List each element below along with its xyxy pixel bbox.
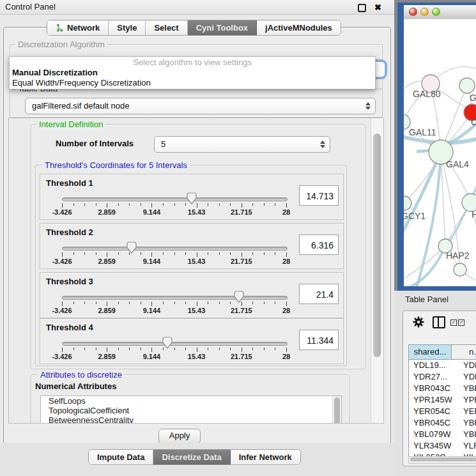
zoom-traffic-light[interactable] [432, 8, 440, 16]
table-hscrollbar-thumb[interactable] [410, 457, 476, 461]
threshold-slider[interactable]: -3.4262.8599.14415.4321.71528 [40, 319, 343, 364]
column-visibility-icon[interactable] [433, 316, 445, 328]
tab-network[interactable]: Network [47, 20, 109, 35]
table-row[interactable]: YLR345WYLR3 [409, 440, 476, 452]
threshold-panel: Threshold 3 -3.4262.8599.14415.4321.7152… [40, 272, 344, 318]
attribute-list-item[interactable]: TopologicalCoefficient [41, 406, 341, 415]
threshold-value-field[interactable]: 21.4 [299, 284, 339, 304]
slider-thumb[interactable] [127, 242, 137, 254]
algorithm-popup-item[interactable]: Equal Width/Frequency Discretization [10, 78, 375, 88]
slider-track[interactable] [62, 342, 288, 346]
algorithm-prompt-item[interactable]: Select algorithm to view settings [10, 57, 375, 68]
cell-shared-name[interactable]: YER054C [409, 406, 457, 417]
slider-ticks [62, 203, 286, 208]
threshold-value-field[interactable]: 6.316 [299, 234, 339, 255]
cell-name[interactable]: YDR2 [457, 371, 476, 383]
cell-shared-name[interactable]: YDR27... [409, 371, 457, 383]
combobox-stepper-icon [319, 141, 325, 148]
settings-vertical-scrollbar[interactable] [371, 118, 383, 423]
table-row[interactable]: YBR043CYBR0 [409, 383, 476, 394]
table-row[interactable]: YDR27...YDR2 [409, 371, 476, 383]
tick-label: 9.144 [143, 257, 161, 265]
tab-select[interactable]: Select [146, 20, 187, 35]
table-row[interactable]: YPR145WYPR1 [409, 394, 476, 406]
network-node-label: GA [470, 93, 476, 103]
threshold-slider[interactable]: -3.4262.8599.14415.4321.71528 [40, 174, 343, 219]
threshold-panel: Threshold 2 -3.4262.8599.14415.4321.7152… [40, 223, 344, 269]
slider-track[interactable] [62, 247, 288, 250]
cell-name[interactable]: YBR0 [457, 383, 476, 394]
close-icon[interactable]: ✖ [374, 1, 381, 14]
network-node[interactable] [459, 78, 475, 93]
apply-button[interactable]: Apply [158, 429, 201, 444]
slider-track[interactable] [62, 197, 288, 201]
cell-shared-name[interactable]: YBL079W [409, 429, 457, 440]
network-node-label: HAP2 [446, 250, 470, 261]
network-node[interactable] [462, 194, 476, 211]
minimize-traffic-light[interactable] [420, 8, 429, 16]
network-node[interactable] [454, 263, 466, 276]
threshold-value-field[interactable]: 14.713 [299, 185, 339, 206]
attribute-list-item[interactable]: SelfLoops [41, 396, 341, 406]
network-edge[interactable] [441, 152, 445, 246]
cell-shared-name[interactable]: YBR045C [409, 417, 457, 429]
table-row[interactable]: YER054CYER0 [409, 406, 476, 417]
table-row[interactable]: YBR045CYBR0 [409, 417, 476, 429]
tab-cyni-toolbox[interactable]: Cyni Toolbox [188, 20, 257, 35]
tab-style[interactable]: Style [109, 20, 146, 35]
table-horizontal-scrollbar[interactable] [408, 456, 476, 464]
tick-label: 2.859 [98, 257, 116, 265]
tick-label: 15.43 [188, 353, 206, 360]
tab-jactivemnodules[interactable]: jActiveMNodules [257, 20, 341, 35]
table-data-combobox[interactable]: galFiltered.sif default node [25, 98, 376, 114]
cell-shared-name[interactable]: YPR145W [409, 394, 457, 406]
slider-thumb[interactable] [234, 291, 244, 303]
tab-label: Impute Data [97, 450, 144, 464]
tick-label: 15.43 [188, 307, 206, 314]
attribute-list-item[interactable]: BetweennessCentrality [41, 415, 341, 424]
close-traffic-light[interactable] [409, 8, 417, 16]
cell-name[interactable]: YBL0 [457, 429, 476, 440]
threshold-slider[interactable]: -3.4262.8599.14415.4321.71528 [40, 273, 343, 318]
tab-impute-data[interactable]: Impute Data [89, 450, 153, 464]
checkbox-icon[interactable]: ✓ [450, 319, 457, 326]
slider-thumb[interactable] [187, 192, 197, 204]
network-node-label: H [472, 210, 476, 220]
cell-shared-name[interactable]: YLR345W [409, 440, 457, 452]
algorithm-dropdown-popup: Select algorithm to view settings Manual… [9, 56, 376, 89]
cell-name[interactable]: YLR3 [457, 440, 476, 452]
tab-infer-network[interactable]: Infer Network [231, 450, 300, 464]
cell-shared-name[interactable]: YBR043C [409, 383, 457, 394]
threshold-slider[interactable]: -3.4262.8599.14415.4321.71528 [40, 224, 343, 268]
cell-name[interactable]: YBR0 [457, 417, 476, 429]
network-canvas[interactable]: GAL80GACGAL11GAL4GCY1HHAP2 [404, 19, 476, 286]
tick-label: 15.43 [188, 208, 206, 216]
slider-track[interactable] [62, 296, 288, 300]
tab-discretize-data[interactable]: Discretize Data [153, 450, 230, 464]
number-of-intervals-combobox[interactable]: 5 [154, 136, 330, 153]
cell-name[interactable]: YDL1 [457, 360, 476, 371]
node-table[interactable]: shared... n... YDL19...YDL1YDR27...YDR2Y… [408, 344, 476, 457]
column-header-name[interactable]: n... [452, 345, 476, 359]
table-row[interactable]: YBL079WYBL0 [409, 429, 476, 440]
column-header-shared[interactable]: shared... [409, 345, 452, 359]
interval-definition-group-label: Interval Definition [36, 119, 105, 129]
network-node[interactable] [404, 196, 411, 210]
table-row[interactable]: YDL19...YDL1 [409, 360, 476, 371]
checkbox-icon[interactable]: ✓ [458, 319, 464, 326]
cell-name[interactable]: YPR1 [457, 394, 476, 406]
numerical-attributes-list[interactable]: SelfLoopsTopologicalCoefficientBetweenne… [40, 395, 342, 424]
cell-shared-name[interactable]: YDL19... [409, 360, 457, 371]
settings-scrollbar-thumb[interactable] [373, 134, 381, 357]
attributes-list-scrollbar[interactable] [332, 396, 341, 424]
slider-thumb[interactable] [162, 337, 173, 349]
cell-name[interactable]: YER0 [457, 406, 476, 417]
threshold-value-field[interactable]: 11.344 [299, 330, 339, 350]
number-of-intervals-value: 5 [161, 137, 165, 152]
slider-ticks [62, 348, 286, 353]
algorithm-popup-item[interactable]: Manual Discretization [10, 68, 375, 78]
tick-label: 21.715 [231, 353, 252, 360]
float-window-icon[interactable] [358, 4, 366, 12]
settings-gear-icon[interactable] [412, 316, 425, 328]
attributes-list-scrollbar-thumb[interactable] [334, 397, 340, 424]
